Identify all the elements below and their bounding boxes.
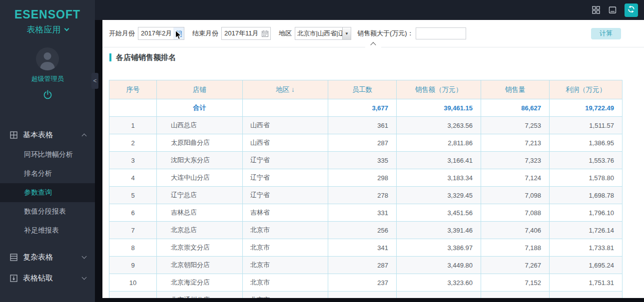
- table-cell: 北京市: [243, 292, 328, 299]
- table-cell: 7,124: [481, 169, 550, 187]
- rows-icon: [10, 254, 17, 261]
- calculate-button[interactable]: 计算: [591, 28, 621, 39]
- table-row: 6吉林总店吉林省3313,451.567,0881,796.10: [109, 204, 623, 222]
- sidebar-item-drill-tables[interactable]: 表格钻取: [0, 268, 95, 289]
- table-cell: 331: [328, 204, 397, 222]
- end-month-input[interactable]: 2017年11月: [221, 27, 271, 40]
- total-cell: 3,677: [328, 99, 397, 117]
- table-cell: 256: [328, 222, 397, 239]
- section-accent-bar: [109, 53, 111, 61]
- app-name[interactable]: 表格应用: [0, 24, 95, 35]
- chevron-up-icon: [82, 134, 87, 139]
- table-cell: 3,451.56: [397, 204, 481, 222]
- sync-button[interactable]: [625, 3, 638, 17]
- table-cell: 3,166.41: [397, 152, 481, 169]
- table-header-row: 序号 店铺 地区 ↓ 员工数 销售额（万元） 销售量 利润（万元）: [109, 80, 623, 99]
- calendar-icon[interactable]: [173, 27, 184, 39]
- table-cell: 3,157.63: [397, 292, 481, 299]
- col-header-index[interactable]: 序号: [109, 80, 157, 99]
- sidebar-item-yoy-analysis[interactable]: 同环比增幅分析: [0, 145, 95, 164]
- chevron-down-icon: [64, 26, 69, 31]
- table-cell: 2: [109, 134, 157, 152]
- table-cell: 北京市: [243, 274, 328, 292]
- table-cell: 山西省: [243, 134, 328, 152]
- table-cell: 1: [109, 117, 157, 134]
- table-row: 2太原阳曲分店山西省2872,811.867,2131,386.95: [109, 134, 623, 152]
- section-header: 各店铺销售额排名: [102, 47, 644, 67]
- content-panel: 开始月份 2017年2月 结束月份 2017年11月: [102, 20, 644, 298]
- table-cell: 7,188: [481, 239, 550, 257]
- table-cell: 吉林省: [243, 204, 328, 222]
- grid-icon: [10, 131, 17, 139]
- col-header-store[interactable]: 店铺: [157, 80, 243, 99]
- page-title: 各店铺销售额排名: [116, 53, 176, 62]
- table-cell: 7,213: [481, 134, 550, 152]
- start-month-input[interactable]: 2017年2月: [138, 27, 184, 40]
- total-cell: 86,627: [481, 99, 550, 117]
- table-cell: 北京朝阳分店: [157, 257, 243, 274]
- table-cell: 3: [109, 152, 157, 169]
- table-row: 3沈阳大东分店辽宁省3353,166.417,3231,553.76: [109, 152, 623, 169]
- sidebar-collapse-handle[interactable]: <: [91, 73, 98, 89]
- filter-collapse-toggle[interactable]: [365, 41, 381, 47]
- col-header-profit[interactable]: 利润（万元）: [550, 80, 623, 99]
- table-row: 4大连中山分店辽宁省2983,183.347,1241,578.80: [109, 169, 623, 187]
- table-cell: 北京海淀分店: [157, 274, 243, 292]
- col-header-sales-volume[interactable]: 销售量: [481, 80, 550, 99]
- amount-input[interactable]: [416, 27, 466, 39]
- table-cell: 3,449.80: [397, 257, 481, 274]
- col-header-sales-amount[interactable]: 销售额（万元）: [397, 80, 481, 99]
- table-cell: 237: [328, 274, 397, 292]
- table-cell: 1,733.81: [550, 239, 623, 257]
- logo: ESENSOFT: [0, 8, 95, 21]
- table-cell: 3,323.60: [397, 274, 481, 292]
- total-cell: [243, 99, 328, 117]
- sidebar-item-segment-report[interactable]: 数值分段报表: [0, 202, 95, 221]
- table-cell: 北京总店: [157, 222, 243, 239]
- table-cell: 辽宁省: [243, 169, 328, 187]
- table-cell: 7: [109, 222, 157, 239]
- table-cell: 北京市: [243, 239, 328, 257]
- sidebar-item-complex-tables[interactable]: 复杂表格: [0, 247, 95, 268]
- table-cell: 沈阳大东分店: [157, 152, 243, 169]
- table-cell: 6: [109, 204, 157, 222]
- table-cell: 7,098: [481, 187, 550, 204]
- calendar-icon[interactable]: [260, 27, 270, 39]
- region-select[interactable]: 北京市|山西省|辽 ▼: [295, 27, 351, 40]
- table-cell: 278: [328, 187, 397, 204]
- table-cell: 4: [109, 169, 157, 187]
- table-cell: 1,578.80: [550, 169, 623, 187]
- avatar: [36, 47, 59, 70]
- dropdown-arrow-icon[interactable]: ▼: [342, 27, 351, 39]
- table-cell: 7,406: [481, 222, 550, 239]
- table-cell: 北京通州分店: [157, 292, 243, 299]
- table-row: 7北京总店北京市2563,391.467,4061,726.14: [109, 222, 623, 239]
- end-month-label: 结束月份: [192, 29, 218, 38]
- sidebar-item-parameter-query[interactable]: 参数查询: [0, 183, 95, 202]
- table-cell: 8: [109, 239, 157, 257]
- table-cell: 335: [328, 152, 397, 169]
- col-header-region-sorted[interactable]: 地区 ↓: [243, 80, 328, 99]
- chevron-down-icon: [82, 254, 87, 259]
- table-cell: 11: [109, 292, 157, 299]
- total-cell: 39,461.15: [397, 99, 481, 117]
- table-cell: 大连中山分店: [157, 169, 243, 187]
- table-cell: 1,511.57: [550, 117, 623, 134]
- report-table-area: 序号 店铺 地区 ↓ 员工数 销售额（万元） 销售量 利润（万元） 合计 3,6…: [102, 67, 644, 298]
- table-cell: 7,323: [481, 152, 550, 169]
- sidebar-item-dimension-report[interactable]: 补足维报表: [0, 221, 95, 240]
- chevron-down-icon: [82, 275, 87, 280]
- amount-label: 销售额大于(万元)：: [357, 29, 414, 38]
- table-cell: 287: [328, 134, 397, 152]
- topbar: [0, 0, 644, 20]
- power-icon[interactable]: [43, 90, 52, 99]
- sidebar-item-ranking-analysis[interactable]: 排名分析: [0, 164, 95, 183]
- col-header-employees[interactable]: 员工数: [328, 80, 397, 99]
- table-row: 1山西总店山西省3613,263.567,2531,511.57: [109, 117, 623, 134]
- total-row: 合计 3,677 39,461.15 86,627 19,722.49: [109, 99, 623, 117]
- sidebar-item-basic-tables[interactable]: 基本表格: [0, 124, 95, 145]
- table-cell: 3,391.46: [397, 222, 481, 239]
- table-cell: 7,088: [481, 204, 550, 222]
- apps-grid-icon[interactable]: [592, 5, 601, 14]
- window-icon[interactable]: [608, 5, 617, 14]
